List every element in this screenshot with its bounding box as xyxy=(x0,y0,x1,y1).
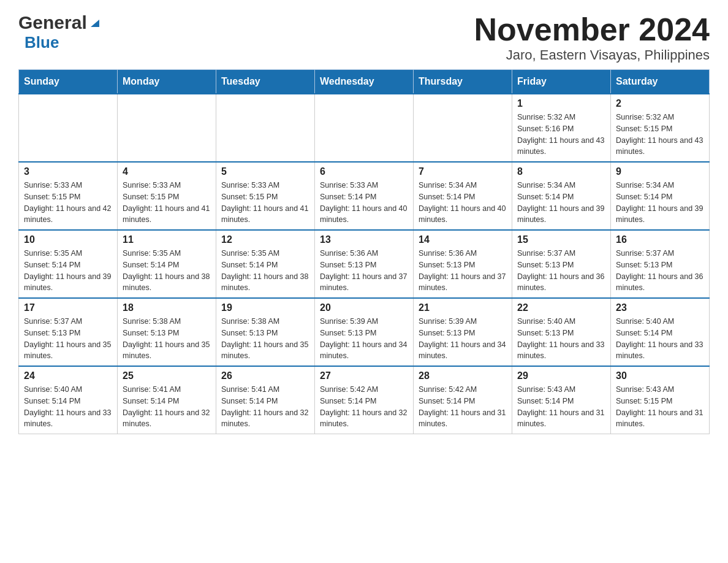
table-row: 19Sunrise: 5:38 AMSunset: 5:13 PMDayligh… xyxy=(216,298,315,366)
day-info: Sunrise: 5:34 AMSunset: 5:14 PMDaylight:… xyxy=(616,180,704,226)
col-saturday: Saturday xyxy=(611,70,710,94)
calendar-week-row: 1Sunrise: 5:32 AMSunset: 5:16 PMDaylight… xyxy=(19,94,710,162)
table-row xyxy=(118,94,216,162)
table-row: 13Sunrise: 5:36 AMSunset: 5:13 PMDayligh… xyxy=(315,230,414,298)
calendar-header-row: Sunday Monday Tuesday Wednesday Thursday… xyxy=(19,70,710,94)
table-row xyxy=(19,94,118,162)
day-number: 15 xyxy=(517,234,605,245)
day-number: 22 xyxy=(517,302,605,313)
day-number: 1 xyxy=(517,98,605,109)
day-number: 11 xyxy=(123,234,211,245)
calendar-week-row: 17Sunrise: 5:37 AMSunset: 5:13 PMDayligh… xyxy=(19,298,710,366)
day-number: 10 xyxy=(24,234,112,245)
svg-marker-0 xyxy=(91,20,99,27)
table-row: 24Sunrise: 5:40 AMSunset: 5:14 PMDayligh… xyxy=(19,366,118,434)
day-info: Sunrise: 5:33 AMSunset: 5:14 PMDaylight:… xyxy=(320,180,408,226)
logo-general-text: General xyxy=(18,12,87,33)
table-row: 12Sunrise: 5:35 AMSunset: 5:14 PMDayligh… xyxy=(216,230,315,298)
day-info: Sunrise: 5:42 AMSunset: 5:14 PMDaylight:… xyxy=(419,384,507,430)
table-row xyxy=(414,94,512,162)
table-row: 5Sunrise: 5:33 AMSunset: 5:15 PMDaylight… xyxy=(216,162,315,230)
day-number: 7 xyxy=(419,166,507,177)
col-monday: Monday xyxy=(118,70,216,94)
day-info: Sunrise: 5:39 AMSunset: 5:13 PMDaylight:… xyxy=(419,316,507,362)
day-info: Sunrise: 5:36 AMSunset: 5:13 PMDaylight:… xyxy=(320,248,408,294)
calendar-table: Sunday Monday Tuesday Wednesday Thursday… xyxy=(18,69,710,434)
day-info: Sunrise: 5:36 AMSunset: 5:13 PMDaylight:… xyxy=(419,248,507,294)
page-title: November 2024 xyxy=(474,12,710,47)
page-header: General Blue November 2024 Jaro, Eastern… xyxy=(18,12,710,63)
calendar-week-row: 3Sunrise: 5:33 AMSunset: 5:15 PMDaylight… xyxy=(19,162,710,230)
day-number: 30 xyxy=(616,370,704,381)
day-info: Sunrise: 5:35 AMSunset: 5:14 PMDaylight:… xyxy=(24,248,112,294)
day-info: Sunrise: 5:40 AMSunset: 5:13 PMDaylight:… xyxy=(517,316,605,362)
col-wednesday: Wednesday xyxy=(315,70,414,94)
table-row: 29Sunrise: 5:43 AMSunset: 5:14 PMDayligh… xyxy=(512,366,611,434)
day-number: 29 xyxy=(517,370,605,381)
table-row: 9Sunrise: 5:34 AMSunset: 5:14 PMDaylight… xyxy=(611,162,710,230)
day-number: 3 xyxy=(24,166,112,177)
table-row: 15Sunrise: 5:37 AMSunset: 5:13 PMDayligh… xyxy=(512,230,611,298)
calendar-week-row: 24Sunrise: 5:40 AMSunset: 5:14 PMDayligh… xyxy=(19,366,710,434)
day-info: Sunrise: 5:43 AMSunset: 5:15 PMDaylight:… xyxy=(616,384,704,430)
table-row xyxy=(216,94,315,162)
day-number: 16 xyxy=(616,234,704,245)
day-info: Sunrise: 5:40 AMSunset: 5:14 PMDaylight:… xyxy=(616,316,704,362)
table-row: 11Sunrise: 5:35 AMSunset: 5:14 PMDayligh… xyxy=(118,230,216,298)
day-info: Sunrise: 5:38 AMSunset: 5:13 PMDaylight:… xyxy=(123,316,211,362)
day-info: Sunrise: 5:37 AMSunset: 5:13 PMDaylight:… xyxy=(24,316,112,362)
day-info: Sunrise: 5:35 AMSunset: 5:14 PMDaylight:… xyxy=(123,248,211,294)
table-row xyxy=(315,94,414,162)
day-number: 19 xyxy=(221,302,309,313)
title-section: November 2024 Jaro, Eastern Visayas, Phi… xyxy=(474,12,710,63)
day-number: 2 xyxy=(616,98,704,109)
table-row: 21Sunrise: 5:39 AMSunset: 5:13 PMDayligh… xyxy=(414,298,512,366)
table-row: 25Sunrise: 5:41 AMSunset: 5:14 PMDayligh… xyxy=(118,366,216,434)
day-number: 26 xyxy=(221,370,309,381)
day-number: 18 xyxy=(123,302,211,313)
day-info: Sunrise: 5:33 AMSunset: 5:15 PMDaylight:… xyxy=(24,180,112,226)
day-info: Sunrise: 5:38 AMSunset: 5:13 PMDaylight:… xyxy=(221,316,309,362)
col-sunday: Sunday xyxy=(19,70,118,94)
table-row: 26Sunrise: 5:41 AMSunset: 5:14 PMDayligh… xyxy=(216,366,315,434)
table-row: 8Sunrise: 5:34 AMSunset: 5:14 PMDaylight… xyxy=(512,162,611,230)
day-number: 13 xyxy=(320,234,408,245)
table-row: 17Sunrise: 5:37 AMSunset: 5:13 PMDayligh… xyxy=(19,298,118,366)
day-number: 23 xyxy=(616,302,704,313)
table-row: 10Sunrise: 5:35 AMSunset: 5:14 PMDayligh… xyxy=(19,230,118,298)
table-row: 1Sunrise: 5:32 AMSunset: 5:16 PMDaylight… xyxy=(512,94,611,162)
day-info: Sunrise: 5:35 AMSunset: 5:14 PMDaylight:… xyxy=(221,248,309,294)
day-number: 8 xyxy=(517,166,605,177)
day-number: 24 xyxy=(24,370,112,381)
table-row: 3Sunrise: 5:33 AMSunset: 5:15 PMDaylight… xyxy=(19,162,118,230)
day-number: 27 xyxy=(320,370,408,381)
day-info: Sunrise: 5:43 AMSunset: 5:14 PMDaylight:… xyxy=(517,384,605,430)
day-info: Sunrise: 5:37 AMSunset: 5:13 PMDaylight:… xyxy=(616,248,704,294)
logo: General Blue xyxy=(18,12,102,52)
table-row: 18Sunrise: 5:38 AMSunset: 5:13 PMDayligh… xyxy=(118,298,216,366)
col-thursday: Thursday xyxy=(414,70,512,94)
table-row: 22Sunrise: 5:40 AMSunset: 5:13 PMDayligh… xyxy=(512,298,611,366)
day-number: 25 xyxy=(123,370,211,381)
day-info: Sunrise: 5:42 AMSunset: 5:14 PMDaylight:… xyxy=(320,384,408,430)
table-row: 6Sunrise: 5:33 AMSunset: 5:14 PMDaylight… xyxy=(315,162,414,230)
day-info: Sunrise: 5:34 AMSunset: 5:14 PMDaylight:… xyxy=(517,180,605,226)
day-number: 5 xyxy=(221,166,309,177)
col-friday: Friday xyxy=(512,70,611,94)
day-number: 12 xyxy=(221,234,309,245)
table-row: 4Sunrise: 5:33 AMSunset: 5:15 PMDaylight… xyxy=(118,162,216,230)
day-number: 17 xyxy=(24,302,112,313)
table-row: 20Sunrise: 5:39 AMSunset: 5:13 PMDayligh… xyxy=(315,298,414,366)
day-info: Sunrise: 5:41 AMSunset: 5:14 PMDaylight:… xyxy=(123,384,211,430)
day-info: Sunrise: 5:39 AMSunset: 5:13 PMDaylight:… xyxy=(320,316,408,362)
day-number: 28 xyxy=(419,370,507,381)
day-info: Sunrise: 5:40 AMSunset: 5:14 PMDaylight:… xyxy=(24,384,112,430)
table-row: 16Sunrise: 5:37 AMSunset: 5:13 PMDayligh… xyxy=(611,230,710,298)
table-row: 27Sunrise: 5:42 AMSunset: 5:14 PMDayligh… xyxy=(315,366,414,434)
day-number: 9 xyxy=(616,166,704,177)
table-row: 23Sunrise: 5:40 AMSunset: 5:14 PMDayligh… xyxy=(611,298,710,366)
table-row: 14Sunrise: 5:36 AMSunset: 5:13 PMDayligh… xyxy=(414,230,512,298)
logo-blue-text: Blue xyxy=(25,33,59,52)
day-info: Sunrise: 5:34 AMSunset: 5:14 PMDaylight:… xyxy=(419,180,507,226)
day-info: Sunrise: 5:33 AMSunset: 5:15 PMDaylight:… xyxy=(221,180,309,226)
